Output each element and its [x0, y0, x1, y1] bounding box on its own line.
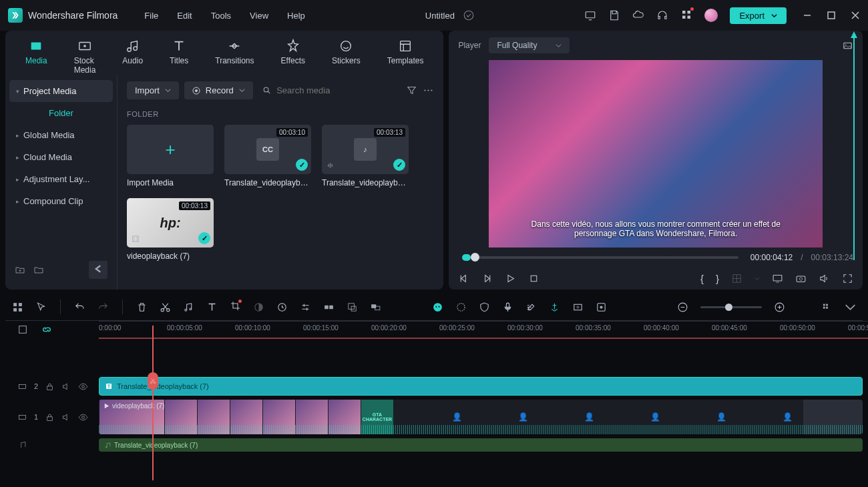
delete-icon[interactable]: [136, 302, 148, 313]
import-media-tile[interactable]: + Import Media: [127, 125, 214, 187]
next-frame-icon[interactable]: [481, 273, 493, 284]
tab-templates[interactable]: Templates: [387, 39, 424, 75]
tab-transitions[interactable]: Transitions: [215, 39, 254, 75]
frame-icon[interactable]: [572, 302, 584, 313]
tab-media[interactable]: Media: [25, 39, 47, 75]
subtitle-tool-icon[interactable]: [525, 302, 537, 313]
search-media[interactable]: [258, 81, 401, 99]
text-icon[interactable]: [206, 302, 218, 313]
prev-frame-icon[interactable]: [458, 273, 469, 284]
play-icon[interactable]: [505, 273, 516, 284]
menu-edit[interactable]: Edit: [177, 11, 192, 21]
mute-icon[interactable]: [61, 382, 71, 392]
playhead[interactable]: [152, 326, 154, 480]
color-icon[interactable]: [253, 302, 264, 313]
menu-file[interactable]: File: [144, 11, 158, 21]
tab-stock-media[interactable]: Stock Media: [74, 39, 96, 75]
headphones-icon[interactable]: [656, 9, 668, 21]
track-type-icon[interactable]: [17, 412, 27, 422]
timeline-settings-icon[interactable]: [17, 324, 28, 335]
close-icon[interactable]: [851, 11, 860, 20]
media-item-video[interactable]: 00:03:13hp: videoplayback (7): [127, 198, 214, 261]
scrub-track[interactable]: [462, 256, 738, 259]
snapshot-gallery-icon[interactable]: [842, 40, 853, 51]
redo-icon[interactable]: [97, 302, 109, 313]
media-item-cc[interactable]: 00:03:10CC Translate_videoplayba...: [224, 125, 311, 187]
menu-help[interactable]: Help: [287, 11, 305, 21]
collapse-sidebar-icon[interactable]: [89, 261, 107, 279]
display-icon[interactable]: [772, 273, 783, 284]
cut-icon[interactable]: [160, 302, 171, 313]
import-dropdown[interactable]: Import: [127, 81, 179, 99]
zoom-slider[interactable]: [700, 306, 762, 308]
folder-icon[interactable]: [33, 265, 44, 276]
speed-icon[interactable]: [276, 302, 288, 313]
fullscreen-icon[interactable]: [842, 273, 853, 284]
sidebar-item-folder[interactable]: Folder: [9, 102, 113, 124]
track-type-icon[interactable]: [17, 382, 27, 392]
link-icon[interactable]: [323, 302, 335, 313]
stop-icon[interactable]: [528, 273, 539, 284]
menu-view[interactable]: View: [250, 11, 268, 21]
cloud-icon[interactable]: [632, 9, 644, 21]
sparkle-icon[interactable]: [455, 302, 467, 313]
volume-icon[interactable]: [819, 273, 830, 284]
search-input[interactable]: [276, 85, 397, 95]
monitor-icon[interactable]: [584, 9, 596, 21]
minimize-icon[interactable]: [803, 11, 812, 20]
zoom-in-icon[interactable]: [774, 302, 785, 313]
chevron-down-icon[interactable]: [754, 276, 760, 282]
link-toggle-icon[interactable]: [41, 324, 52, 335]
tab-stickers[interactable]: Stickers: [332, 39, 361, 75]
audio-track-icon[interactable]: [17, 440, 27, 450]
mic-icon[interactable]: [502, 302, 513, 313]
avatar[interactable]: [704, 9, 718, 22]
tab-audio[interactable]: Audio: [122, 39, 143, 75]
undo-icon[interactable]: [74, 302, 85, 313]
preview-viewport[interactable]: Dans cette vidéo, nous allons vous montr…: [489, 60, 823, 248]
sidebar-item-adjustment-layer[interactable]: ▸Adjustment Lay...: [9, 168, 113, 190]
timeline-ruler[interactable]: 0:00:0000:00:05:0000:00:10:0000:00:15:00…: [99, 321, 868, 338]
mark-in-icon[interactable]: {: [700, 273, 704, 284]
more-icon[interactable]: [423, 85, 434, 96]
menu-tools[interactable]: Tools: [211, 11, 231, 21]
sidebar-item-project-media[interactable]: ▾Project Media: [9, 80, 113, 102]
tab-effects[interactable]: Effects: [281, 39, 305, 75]
grid-icon[interactable]: [12, 302, 23, 313]
sidebar-item-cloud-media[interactable]: ▸Cloud Media: [9, 146, 113, 168]
adjust-icon[interactable]: [300, 302, 311, 313]
layout-icon[interactable]: [731, 273, 742, 284]
cursor-icon[interactable]: [35, 302, 47, 313]
chevron-down-icon[interactable]: [845, 302, 856, 313]
marker-tool-icon[interactable]: [549, 302, 560, 313]
record-tool-icon[interactable]: [596, 302, 607, 313]
filter-icon[interactable]: [406, 85, 417, 96]
ai-icon[interactable]: [432, 302, 443, 313]
subtitle-clip[interactable]: Translate_videoplayback (7): [99, 377, 863, 396]
export-button[interactable]: Export: [730, 7, 787, 24]
camera-icon[interactable]: [795, 273, 807, 284]
sidebar-item-compound-clip[interactable]: ▸Compound Clip: [9, 190, 113, 212]
lock-icon[interactable]: [45, 412, 55, 422]
mark-out-icon[interactable]: }: [716, 273, 719, 284]
mask-icon[interactable]: [347, 302, 358, 313]
sidebar-item-global-media[interactable]: ▸Global Media: [9, 124, 113, 146]
maximize-icon[interactable]: [827, 11, 836, 20]
visibility-icon[interactable]: [78, 382, 88, 392]
video-clip[interactable]: videoplayback (7) GTA CHARACTER 👤👤👤👤👤👤: [99, 400, 863, 434]
mute-icon[interactable]: [61, 412, 71, 422]
zoom-out-icon[interactable]: [677, 302, 688, 313]
lock-icon[interactable]: [45, 382, 55, 392]
visibility-icon[interactable]: [78, 412, 88, 422]
record-dropdown[interactable]: Record: [184, 81, 253, 99]
group-icon[interactable]: [370, 302, 381, 313]
quality-dropdown[interactable]: Full Quality: [489, 37, 570, 53]
shield-icon[interactable]: [479, 302, 490, 313]
playhead-handle[interactable]: [148, 372, 158, 390]
media-item-music[interactable]: 00:03:13♪ Translate_videoplayba...: [322, 125, 409, 187]
audio-beat-icon[interactable]: [183, 302, 194, 313]
new-folder-icon[interactable]: [15, 265, 25, 276]
save-icon[interactable]: [608, 9, 620, 21]
audio-clip[interactable]: Translate_videoplayback (7): [99, 438, 863, 452]
view-mode-icon[interactable]: [821, 302, 833, 313]
